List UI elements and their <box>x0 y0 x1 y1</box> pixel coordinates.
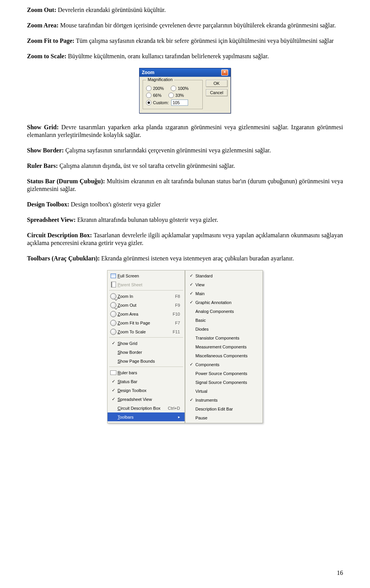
term-zoom-fit: Zoom Fit to Page: <box>27 37 74 44</box>
radio-200[interactable]: 200% <box>146 86 164 91</box>
page-number: 16 <box>337 569 343 576</box>
submenu-item[interactable]: Analog Components <box>185 307 262 316</box>
zoom-dialog: Zoom × Magnification 200% 100% 66% 33% C… <box>139 68 231 113</box>
term-zoom-scale: Zoom to Scale: <box>27 53 66 59</box>
term-show-border: Show Border: <box>27 147 64 154</box>
menu-item[interactable]: Spreadsheet View <box>108 395 185 404</box>
term-design-toolbox: Design Toolbox: <box>27 201 69 208</box>
text-spreadsheet: Ekranın alttarafında bulunan tabloyu gös… <box>76 216 218 223</box>
para-zoom-area: Zoom Area: Mouse tarafından bir dörtgen … <box>27 22 343 29</box>
zoom-dialog-buttons: OK Cancel <box>206 80 227 109</box>
term-toolbars: Toolbars (Araç Çubukları): <box>27 255 100 262</box>
submenu-item[interactable]: Measurement Components <box>185 342 262 351</box>
submenu-item[interactable]: Components <box>185 360 262 369</box>
submenu-item[interactable]: Pause <box>185 413 262 422</box>
zoom-dialog-body: Magnification 200% 100% 66% 33% Custom: … <box>140 77 230 113</box>
term-show-grid: Show Grid: <box>27 124 59 130</box>
toolbars-menu-screenshot: Full ScreenParent SheetZoom InF8Zoom Out… <box>27 270 343 423</box>
menu-item[interactable]: Show Page Bounds <box>108 357 185 365</box>
text-zoom-fit: Tüm çalışma sayfasının ekranda tek bir s… <box>74 37 334 44</box>
text-design-toolbox: Design toolbox'ı gösterir veya gizler <box>69 201 161 208</box>
submenu-item[interactable]: Description Edit Bar <box>185 404 262 413</box>
submenu-item[interactable]: Basic <box>185 316 262 324</box>
term-zoom-area: Zoom Area: <box>27 22 59 29</box>
para-design-toolbox: Design Toolbox: Design toolbox'ı gösteri… <box>27 201 343 208</box>
view-menu: Full ScreenParent SheetZoom InF8Zoom Out… <box>107 270 185 423</box>
term-circuit-desc: Circuit Description Box: <box>27 232 92 238</box>
para-spreadsheet: Spreadsheet View: Ekranın alttarafında b… <box>27 216 343 224</box>
submenu-item[interactable]: Graphic Annotation <box>185 298 262 307</box>
menu-item[interactable]: Zoom OutF9 <box>108 301 185 309</box>
para-ruler-bars: Ruler Bars: Çalışma alanının dışında, üs… <box>27 162 343 170</box>
page-content: Zoom Out: Devrelerin ekrandaki görüntüsü… <box>0 0 370 588</box>
term-spreadsheet: Spreadsheet View: <box>27 216 76 223</box>
menu-item[interactable]: Zoom AreaF10 <box>108 309 185 318</box>
submenu-item[interactable]: View <box>185 280 262 289</box>
zoom-dialog-title: Zoom <box>142 70 155 75</box>
menu-item[interactable]: Full Screen <box>108 271 185 280</box>
menu-item[interactable]: Ruler bars <box>108 368 185 377</box>
submenu-item[interactable]: Signal Source Components <box>185 378 262 387</box>
magnification-legend: Magnification <box>146 77 174 82</box>
menu-item[interactable]: Circuit Description BoxCtrl+D <box>108 404 185 412</box>
text-zoom-area: Mouse tarafından bir dörtgen içerisinde … <box>59 22 336 29</box>
submenu-item[interactable]: Power Source Components <box>185 369 262 378</box>
para-status-bar: Status Bar (Durum Çubuğu): Multisim ekra… <box>27 177 343 193</box>
para-circuit-desc: Circuit Description Box: Tasarlanan devr… <box>27 231 343 247</box>
close-icon[interactable]: × <box>221 69 228 76</box>
text-zoom-scale: Büyültme küçültmenin, oranı kullanıcı ta… <box>66 53 269 59</box>
radio-33[interactable]: 33% <box>168 93 184 98</box>
para-zoom-out: Zoom Out: Devrelerin ekrandaki görüntüsü… <box>27 6 343 14</box>
magnification-panel: Magnification 200% 100% 66% 33% Custom: <box>143 80 203 109</box>
menu-item[interactable]: Zoom Fit to PageF7 <box>108 318 185 327</box>
text-toolbars: Ekranda görünmesi istenen veya istenmeye… <box>100 255 294 262</box>
toolbars-submenu: StandardViewMainGraphic AnnotationAnalog… <box>185 270 263 423</box>
custom-zoom-input[interactable] <box>171 100 188 106</box>
term-zoom-out: Zoom Out: <box>27 7 56 13</box>
menu-item[interactable]: Show Border <box>108 348 185 357</box>
submenu-item[interactable]: Miscellaneous Components <box>185 351 262 360</box>
radio-66[interactable]: 66% <box>146 93 161 98</box>
text-show-grid: Devre tasarımları yaparken arka planda ı… <box>27 124 343 138</box>
menu-item[interactable]: Design Toolbox <box>108 386 185 395</box>
menu-item[interactable]: Show Grid <box>108 339 185 348</box>
menu-item[interactable]: Zoom To ScaleF11 <box>108 327 185 336</box>
menu-item[interactable]: Status Bar <box>108 377 185 386</box>
submenu-item[interactable]: Transistor Components <box>185 333 262 342</box>
para-toolbars: Toolbars (Araç Çubukları): Ekranda görün… <box>27 255 343 262</box>
radio-100[interactable]: 100% <box>171 86 188 91</box>
zoom-dialog-titlebar: Zoom × <box>140 68 230 77</box>
para-show-grid: Show Grid: Devre tasarımları yaparken ar… <box>27 123 343 139</box>
term-status-bar: Status Bar (Durum Çubuğu): <box>27 178 105 184</box>
cancel-button[interactable]: Cancel <box>206 89 227 96</box>
menu-item[interactable]: Parent Sheet <box>108 280 185 289</box>
submenu-item[interactable]: Virtual <box>185 387 262 395</box>
submenu-item[interactable]: Diodes <box>185 324 262 333</box>
submenu-item[interactable]: Main <box>185 289 262 298</box>
para-zoom-fit: Zoom Fit to Page: Tüm çalışma sayfasının… <box>27 37 343 45</box>
menu-item[interactable]: Zoom InF8 <box>108 292 185 301</box>
text-zoom-out: Devrelerin ekrandaki görüntüsünü küçültü… <box>56 7 166 13</box>
menu-item[interactable]: Toolbars▸ <box>108 412 185 421</box>
submenu-item[interactable]: Instruments <box>185 395 262 404</box>
ok-button[interactable]: OK <box>206 80 227 87</box>
radio-custom[interactable]: Custom: <box>146 100 169 105</box>
term-ruler-bars: Ruler Bars: <box>27 162 58 169</box>
para-zoom-scale: Zoom to Scale: Büyültme küçültmenin, ora… <box>27 52 343 60</box>
text-show-border: Çalışma sayfasının sınırlarındaki çerçev… <box>64 147 271 154</box>
text-ruler-bars: Çalışma alanının dışında, üst ve sol tar… <box>58 162 235 169</box>
para-show-border: Show Border: Çalışma sayfasının sınırlar… <box>27 147 343 154</box>
submenu-item[interactable]: Standard <box>185 271 262 280</box>
